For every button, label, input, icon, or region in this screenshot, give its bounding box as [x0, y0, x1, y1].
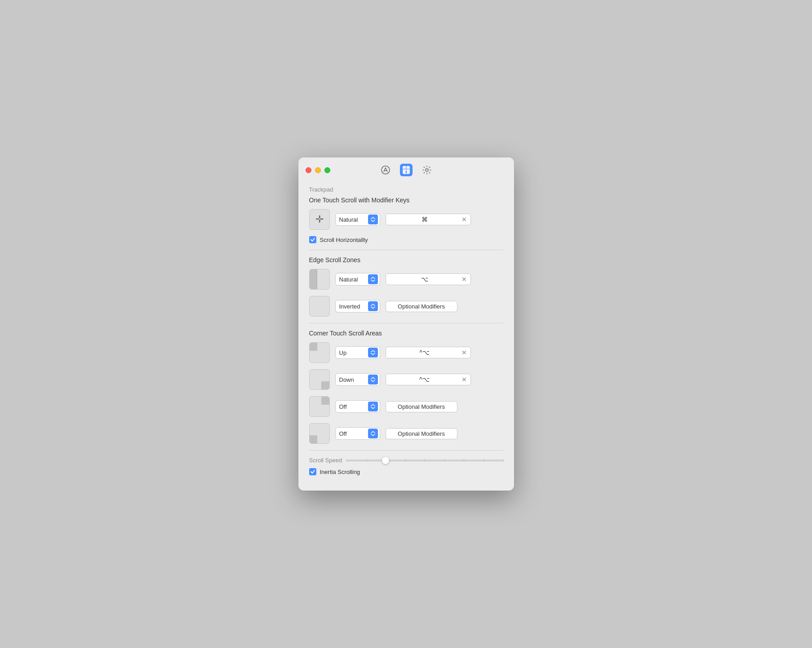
corner-tr-icon: [309, 396, 330, 417]
one-touch-scroll-title: One Touch Scroll with Modifier Keys: [309, 197, 503, 204]
gear-icon[interactable]: [421, 164, 433, 176]
inertia-scrolling-checkbox[interactable]: [309, 468, 316, 475]
off-select-1[interactable]: Off: [335, 400, 380, 413]
trackpad-label: Trackpad: [309, 186, 503, 193]
inverted-value: Inverted: [339, 303, 368, 310]
optional-modifiers-button-edge[interactable]: Optional Modifiers: [386, 301, 457, 312]
scroll-speed-label: Scroll Speed: [309, 457, 342, 464]
cmd-key-value: ⌘: [390, 216, 460, 223]
cmd-clear-button[interactable]: ✕: [461, 216, 467, 223]
off-stepper-1[interactable]: [368, 402, 378, 411]
edge-left-icon: [309, 269, 330, 290]
ctrl-opt-clear-2[interactable]: ✕: [461, 376, 467, 383]
titlebar: [298, 157, 514, 181]
corner-scroll-row-1: Up ^⌥ ✕: [309, 342, 503, 363]
pen-icon[interactable]: [379, 164, 392, 176]
down-stepper[interactable]: [368, 375, 378, 384]
up-stepper[interactable]: [368, 348, 378, 358]
corner-br-icon: [309, 369, 330, 390]
corner-tl-icon: [309, 342, 330, 363]
close-button[interactable]: [306, 167, 311, 173]
maximize-button[interactable]: [324, 167, 330, 173]
main-window: Trackpad One Touch Scroll with Modifier …: [298, 157, 514, 491]
inverted-select[interactable]: Inverted: [335, 300, 380, 313]
off-select-2[interactable]: Off: [335, 427, 380, 440]
optional-modifiers-button-2[interactable]: Optional Modifiers: [386, 428, 457, 439]
tick-0: [346, 459, 347, 462]
svg-point-0: [382, 166, 390, 174]
ctrl-opt-key-field-2[interactable]: ^⌥ ✕: [386, 374, 471, 385]
trackpad-icon[interactable]: [400, 164, 413, 176]
tick-5: [444, 459, 445, 462]
edge-scroll-row-1: Natural ⌥ ✕: [309, 269, 503, 290]
corner-scroll-row-2: Down ^⌥ ✕: [309, 369, 503, 390]
tick-6: [464, 459, 464, 462]
natural-stepper[interactable]: [368, 215, 378, 224]
ctrl-opt-key-value-2: ^⌥: [390, 376, 460, 383]
traffic-lights: [306, 167, 330, 173]
content: Trackpad One Touch Scroll with Modifier …: [298, 186, 514, 475]
one-touch-row: ✛ Natural ⌘ ✕: [309, 209, 503, 230]
opt-clear-button[interactable]: ✕: [461, 276, 467, 283]
off-stepper-2[interactable]: [368, 429, 378, 438]
edge-natural-value: Natural: [339, 276, 368, 283]
down-value: Down: [339, 376, 368, 383]
off-value-2: Off: [339, 430, 368, 437]
minimize-button[interactable]: [315, 167, 321, 173]
ctrl-opt-clear-1[interactable]: ✕: [461, 349, 467, 356]
down-select[interactable]: Down: [335, 373, 380, 386]
corner-scroll-row-3: Off Optional Modifiers: [309, 396, 503, 417]
optional-modifiers-button-1[interactable]: Optional Modifiers: [386, 401, 457, 412]
inertia-scrolling-row: Inertia Scrolling: [309, 468, 503, 475]
edge-natural-stepper[interactable]: [368, 274, 378, 284]
up-select[interactable]: Up: [335, 346, 380, 359]
tick-4: [425, 459, 425, 462]
plain-gesture-icon: [309, 296, 330, 317]
divider-2: [309, 323, 503, 323]
tick-7: [484, 459, 484, 462]
inertia-scrolling-label: Inertia Scrolling: [320, 469, 360, 475]
ctrl-opt-key-field-1[interactable]: ^⌥ ✕: [386, 347, 471, 358]
scroll-speed-row: Scroll Speed: [309, 457, 503, 464]
move-gesture-icon: ✛: [309, 209, 330, 230]
corner-scroll-row-4: Off Optional Modifiers: [309, 423, 503, 444]
tick-3: [405, 459, 406, 462]
tick-8: [503, 459, 504, 462]
tick-1: [366, 459, 367, 462]
scroll-horizontal-row: Scroll Horizontallly: [309, 236, 503, 243]
divider-1: [309, 250, 503, 250]
scroll-horizontal-checkbox[interactable]: [309, 236, 316, 243]
corner-scroll-title: Corner Touch Scroll Areas: [309, 330, 503, 337]
inverted-stepper[interactable]: [368, 301, 378, 311]
opt-key-field[interactable]: ⌥ ✕: [386, 273, 471, 285]
up-value: Up: [339, 349, 368, 356]
scroll-horizontal-label: Scroll Horizontallly: [320, 237, 368, 243]
cmd-key-field[interactable]: ⌘ ✕: [386, 214, 471, 225]
toolbar: [379, 164, 433, 176]
scroll-speed-thumb[interactable]: [382, 457, 389, 464]
move-icon: ✛: [315, 214, 324, 225]
natural-select-value: Natural: [339, 216, 368, 223]
opt-key-value: ⌥: [390, 276, 460, 283]
scroll-speed-slider[interactable]: [346, 460, 503, 461]
corner-bl-icon: [309, 423, 330, 444]
ctrl-opt-key-value-1: ^⌥: [390, 349, 460, 356]
edge-natural-select[interactable]: Natural: [335, 273, 380, 286]
divider-3: [309, 450, 503, 451]
natural-select[interactable]: Natural: [335, 213, 380, 226]
edge-scroll-title: Edge Scroll Zones: [309, 256, 503, 264]
edge-scroll-row-2: Inverted Optional Modifiers: [309, 296, 503, 317]
svg-point-4: [426, 169, 428, 171]
off-value-1: Off: [339, 403, 368, 410]
